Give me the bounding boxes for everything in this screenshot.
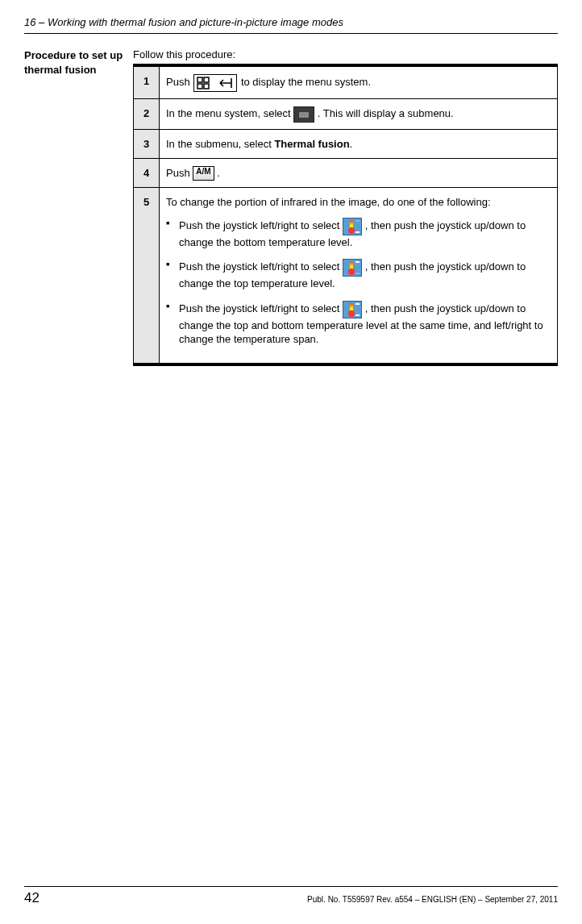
sidebar-heading: Procedure to set up thermal fusion [24, 48, 125, 366]
step-cell: Push to display the menu system. [160, 67, 558, 99]
step-text: Push [166, 76, 193, 88]
thermal-fusion-label: Thermal fusion [274, 138, 349, 150]
step-text: . [217, 167, 220, 179]
list-item: Push the joystick left/right to select ,… [166, 301, 551, 347]
step-cell: In the menu system, select . This will d… [160, 99, 558, 130]
table-row: 2 In the menu system, select . This will… [134, 99, 558, 130]
table-row: 5 To change the portion of infrared in t… [134, 188, 558, 364]
step-number: 4 [134, 158, 160, 188]
table-row: 1 Push to display the menu system. [134, 67, 558, 99]
camera-mode-icon [293, 106, 314, 123]
table-bottom-rule [133, 364, 558, 366]
list-item: Push the joystick left/right to select ,… [166, 218, 551, 250]
step-cell: In the submenu, select Thermal fusion. [160, 130, 558, 159]
main-column: Follow this procedure: 1 Push [133, 48, 558, 366]
bullet-list: Push the joystick left/right to select ,… [166, 218, 551, 347]
list-item: Push the joystick left/right to select ,… [166, 259, 551, 291]
svg-rect-2 [197, 84, 202, 89]
step-number: 2 [134, 99, 160, 130]
page-footer: 42 Publ. No. T559597 Rev. a554 – ENGLISH… [24, 886, 558, 906]
step-number: 3 [134, 130, 160, 159]
bullet-text: Push the joystick left/right to select [179, 302, 343, 314]
table-row: 3 In the submenu, select Thermal fusion. [134, 130, 558, 159]
step-text: . This will display a submenu. [318, 107, 454, 119]
step-text: to display the menu system. [241, 76, 371, 88]
table-row: 4 Push A/M . [134, 158, 558, 188]
step-lead-text: To change the portion of infrared in the… [166, 195, 551, 210]
step-text: In the submenu, select [166, 138, 274, 150]
page-number: 42 [24, 890, 39, 906]
step-text: In the menu system, select [166, 107, 293, 119]
thermometer-top-icon [343, 259, 362, 277]
page-header: 16 – Working with thermal fusion and pic… [24, 16, 558, 34]
step-number: 1 [134, 67, 160, 99]
thermometer-both-icon [343, 301, 362, 318]
intro-text: Follow this procedure: [133, 48, 558, 60]
step-cell: Push A/M . [160, 158, 558, 188]
menu-button-icon [193, 74, 237, 92]
am-button-icon: A/M [193, 166, 214, 181]
svg-rect-3 [204, 84, 209, 89]
step-cell: To change the portion of infrared in the… [160, 188, 558, 364]
step-number: 5 [134, 188, 160, 364]
bullet-text: Push the joystick left/right to select [179, 261, 343, 273]
publication-info: Publ. No. T559597 Rev. a554 – ENGLISH (E… [307, 895, 558, 904]
bullet-text: Push the joystick left/right to select [179, 219, 343, 231]
svg-rect-0 [197, 77, 202, 82]
step-text: Push [166, 167, 193, 179]
content: Procedure to set up thermal fusion Follo… [24, 48, 558, 366]
procedure-table: 1 Push to display the menu system. [133, 66, 558, 364]
svg-rect-1 [204, 77, 209, 82]
thermometer-bottom-icon [343, 218, 362, 235]
step-text: . [350, 138, 353, 150]
